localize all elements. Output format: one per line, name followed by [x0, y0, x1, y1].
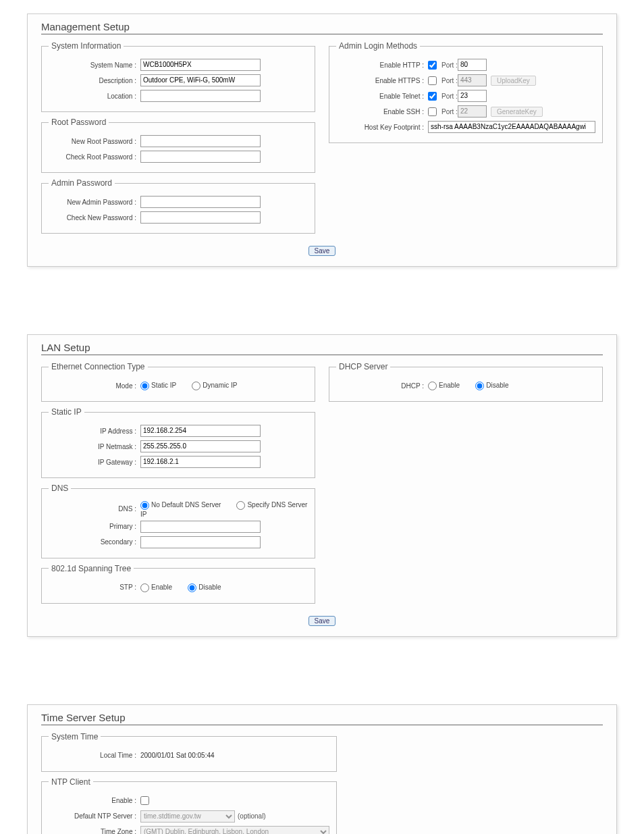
static-ip-radio[interactable] [140, 382, 149, 390]
primary-dns-label: Primary : [49, 523, 140, 530]
ssh-port-label: Port : [441, 108, 458, 115]
check-new-password-label: Check New Password : [49, 214, 140, 221]
management-save-button[interactable]: Save [308, 246, 336, 256]
check-root-password-label: Check Root Password : [49, 153, 140, 161]
system-time-fieldset: System Time Local Time : 2000/01/01 Sat … [41, 732, 337, 772]
stp-label: STP : [49, 583, 140, 591]
check-new-password-input[interactable] [140, 211, 261, 224]
stp-enable-radio[interactable] [140, 583, 149, 592]
check-root-password-input[interactable] [140, 151, 261, 163]
dhcp-disable-radio-label[interactable]: Disable [475, 382, 508, 389]
ip-gateway-input[interactable] [140, 456, 261, 468]
lan-title: LAN Setup [41, 342, 603, 355]
ntp-optional-note: (optional) [238, 812, 266, 820]
system-time-legend: System Time [49, 732, 101, 741]
time-server-setup-panel: Time Server Setup System Time Local Time… [27, 704, 617, 834]
management-setup-panel: Management Setup System Information Syst… [27, 14, 617, 267]
dns-fieldset: DNS DNS : No Default DNS Server Specify … [41, 484, 315, 558]
secondary-dns-label: Secondary : [49, 538, 140, 546]
lan-setup-panel: LAN Setup Ethernet Connection Type Mode … [27, 334, 617, 637]
ntp-client-legend: NTP Client [49, 777, 93, 787]
admin-login-methods-legend: Admin Login Methods [336, 41, 420, 51]
dns-label: DNS : [49, 505, 140, 513]
ip-address-label: IP Address : [49, 427, 140, 435]
enable-http-label: Enable HTTP : [336, 61, 428, 69]
http-port-label: Port : [441, 61, 458, 69]
ip-netmask-label: IP Netmask : [49, 443, 140, 450]
static-ip-legend: Static IP [49, 407, 84, 417]
ip-address-input[interactable] [140, 425, 261, 437]
ethernet-connection-type-fieldset: Ethernet Connection Type Mode : Static I… [41, 362, 315, 402]
specify-dns-radio[interactable] [236, 501, 245, 510]
management-title: Management Setup [41, 21, 603, 34]
stp-enable-radio-label[interactable]: Enable [140, 583, 172, 591]
admin-password-legend: Admin Password [49, 178, 115, 188]
system-information-legend: System Information [49, 41, 124, 51]
dynamic-ip-radio[interactable] [192, 382, 200, 390]
ethernet-connection-type-legend: Ethernet Connection Type [49, 362, 148, 371]
enable-ssh-label: Enable SSH : [336, 108, 428, 115]
host-key-footprint-input[interactable] [428, 121, 595, 133]
dhcp-disable-radio[interactable] [475, 382, 484, 390]
ip-netmask-input[interactable] [140, 440, 261, 452]
https-port-label: Port : [441, 77, 458, 84]
http-port-input[interactable] [458, 59, 487, 71]
description-input[interactable] [140, 74, 261, 86]
ntp-enable-checkbox[interactable] [140, 796, 149, 805]
dhcp-enable-radio[interactable] [428, 382, 437, 390]
ssh-port-input [458, 105, 487, 118]
stp-disable-radio-label[interactable]: Disable [188, 583, 221, 591]
enable-telnet-checkbox[interactable] [428, 92, 437, 101]
admin-password-fieldset: Admin Password New Admin Password : Chec… [41, 178, 315, 234]
root-password-legend: Root Password [49, 118, 109, 127]
system-information-fieldset: System Information System Name : Descrip… [41, 41, 315, 112]
secondary-dns-input[interactable] [140, 536, 261, 548]
time-zone-label: Time Zone : [49, 828, 140, 834]
local-time-label: Local Time : [49, 752, 140, 759]
new-admin-password-input[interactable] [140, 196, 261, 208]
enable-telnet-label: Enable Telnet : [336, 93, 428, 100]
enable-http-checkbox[interactable] [428, 61, 437, 70]
dhcp-enable-radio-label[interactable]: Enable [428, 382, 460, 389]
dhcp-server-fieldset: DHCP Server DHCP : Enable Disable [329, 362, 603, 402]
admin-login-methods-fieldset: Admin Login Methods Enable HTTP : Port :… [329, 41, 603, 143]
time-zone-select: (GMT) Dublin, Edinburgh, Lisbon, London [140, 826, 329, 834]
default-ntp-server-label: Default NTP Server : [49, 812, 140, 820]
https-port-input [458, 74, 487, 86]
dynamic-ip-radio-label[interactable]: Dynamic IP [192, 382, 237, 389]
ntp-enable-label: Enable : [49, 797, 140, 804]
new-admin-password-label: New Admin Password : [49, 199, 140, 206]
generate-key-button[interactable]: GenerateKey [491, 107, 543, 117]
spanning-tree-legend: 802.1d Spanning Tree [49, 564, 134, 573]
mode-label: Mode : [49, 382, 140, 390]
host-key-footprint-label: Host Key Footprint : [336, 124, 428, 131]
time-title: Time Server Setup [41, 712, 603, 725]
ntp-client-fieldset: NTP Client Enable : Default NTP Server :… [41, 777, 337, 834]
default-ntp-server-select: time.stdtime.gov.tw [140, 810, 235, 823]
new-root-password-label: New Root Password : [49, 138, 140, 145]
primary-dns-input[interactable] [140, 521, 261, 533]
telnet-port-input[interactable] [458, 90, 487, 102]
static-ip-radio-label[interactable]: Static IP [140, 382, 176, 389]
dhcp-label: DHCP : [336, 382, 428, 390]
no-default-dns-radio[interactable] [140, 501, 149, 510]
enable-ssh-checkbox[interactable] [428, 107, 437, 116]
location-input[interactable] [140, 90, 261, 102]
system-name-input[interactable] [140, 59, 261, 71]
enable-https-label: Enable HTTPS : [336, 77, 428, 84]
local-time-value: 2000/01/01 Sat 00:05:44 [140, 752, 215, 759]
no-default-dns-radio-label[interactable]: No Default DNS Server [140, 501, 221, 509]
system-name-label: System Name : [49, 61, 140, 69]
description-label: Description : [49, 77, 140, 84]
telnet-port-label: Port : [441, 93, 458, 100]
spanning-tree-fieldset: 802.1d Spanning Tree STP : Enable Disabl… [41, 564, 315, 604]
stp-disable-radio[interactable] [188, 583, 196, 592]
dns-legend: DNS [49, 484, 71, 493]
enable-https-checkbox[interactable] [428, 76, 437, 85]
static-ip-fieldset: Static IP IP Address : IP Netmask : IP G… [41, 407, 315, 478]
new-root-password-input[interactable] [140, 135, 261, 147]
dhcp-server-legend: DHCP Server [336, 362, 390, 371]
upload-key-button[interactable]: UploadKey [491, 76, 536, 86]
location-label: Location : [49, 93, 140, 100]
lan-save-button[interactable]: Save [308, 616, 336, 626]
